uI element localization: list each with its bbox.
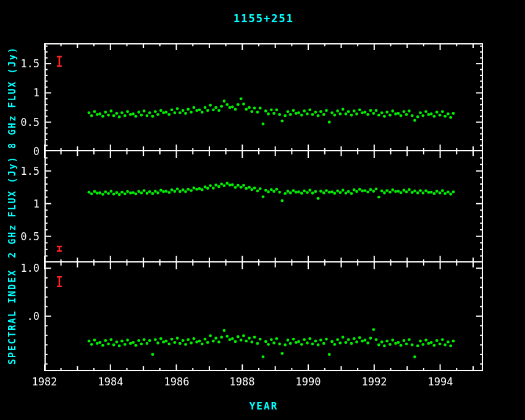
y-tick-label: 1.0: [12, 262, 40, 274]
x-tick-label: 1992: [355, 376, 394, 388]
x-tick-label: 1984: [91, 376, 130, 388]
x-tick-label: 1982: [25, 376, 64, 388]
x-tick-label: 1988: [222, 376, 262, 388]
panel-divider: [44, 150, 483, 151]
x-tick-label: 1990: [288, 376, 328, 388]
y-tick-label: 1.5: [12, 165, 40, 177]
y-tick-label: 1: [12, 198, 40, 210]
panel-divider: [44, 261, 483, 262]
y-tick-label: 1: [12, 86, 40, 99]
y-tick-label: 0.5: [12, 116, 40, 128]
y-tick-label: 0: [12, 145, 40, 158]
plot-frame: [44, 43, 483, 371]
y-tick-label: 0.5: [12, 230, 40, 243]
x-tick-label: 1994: [421, 376, 460, 388]
y-tick-label: 1.5: [12, 57, 40, 70]
light-curve-figure: 1155+251 8 GHz FLUX (Jy) 2 GHz FLUX (Jy)…: [0, 0, 525, 420]
x-tick-label: 1986: [157, 376, 196, 388]
y-tick-label: .0: [12, 310, 40, 322]
